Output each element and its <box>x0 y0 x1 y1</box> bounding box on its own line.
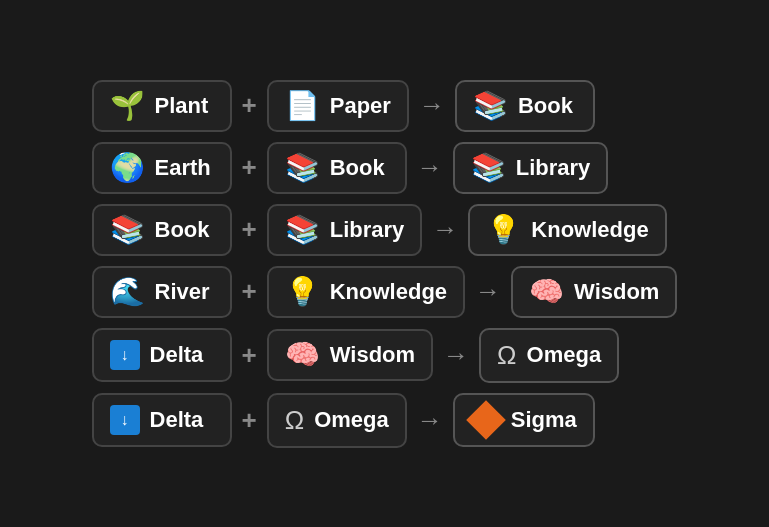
paper-emoji: 📄 <box>285 92 320 120</box>
omega-icon: Ω <box>285 405 304 436</box>
wisdom-label: Wisdom <box>330 342 415 368</box>
term-omega: ΩOmega <box>267 393 407 448</box>
equation-row-0: 🌱Plant+📄Paper→📚Book <box>92 80 678 132</box>
book-label: Book <box>155 217 210 243</box>
arrow-operator: → <box>475 276 501 307</box>
plant-label: Plant <box>155 93 209 119</box>
sigma-label: Sigma <box>511 407 577 433</box>
delta-label: Delta <box>150 342 204 368</box>
plus-operator: + <box>242 340 257 371</box>
equation-row-2: 📚Book+📚Library→💡Knowledge <box>92 204 678 256</box>
book-emoji: 📚 <box>285 154 320 182</box>
term-knowledge: 💡Knowledge <box>468 204 666 256</box>
book-label: Book <box>330 155 385 181</box>
knowledge-label: Knowledge <box>531 217 648 243</box>
plus-operator: + <box>242 405 257 436</box>
term-paper: 📄Paper <box>267 80 409 132</box>
library-label: Library <box>516 155 591 181</box>
river-emoji: 🌊 <box>110 278 145 306</box>
term-book: 📚Book <box>455 80 595 132</box>
term-delta: ↓Delta <box>92 328 232 382</box>
term-book: 📚Book <box>267 142 407 194</box>
knowledge-emoji: 💡 <box>285 278 320 306</box>
term-wisdom: 🧠Wisdom <box>511 266 677 318</box>
paper-label: Paper <box>330 93 391 119</box>
arrow-operator: → <box>417 152 443 183</box>
arrow-operator: → <box>417 405 443 436</box>
omega-label: Omega <box>314 407 389 433</box>
book-label: Book <box>518 93 573 119</box>
omega-icon: Ω <box>497 340 516 371</box>
plus-operator: + <box>242 276 257 307</box>
equation-row-4: ↓Delta+🧠Wisdom→ΩOmega <box>92 328 678 383</box>
term-library: 📚Library <box>453 142 609 194</box>
arrow-operator: → <box>419 90 445 121</box>
term-wisdom: 🧠Wisdom <box>267 329 433 381</box>
equation-row-1: 🌍Earth+📚Book→📚Library <box>92 142 678 194</box>
term-plant: 🌱Plant <box>92 80 232 132</box>
omega-label: Omega <box>527 342 602 368</box>
equation-row-3: 🌊River+💡Knowledge→🧠Wisdom <box>92 266 678 318</box>
earth-emoji: 🌍 <box>110 154 145 182</box>
plus-operator: + <box>242 90 257 121</box>
term-book: 📚Book <box>92 204 232 256</box>
equation-row-5: ↓Delta+ΩOmega→Sigma <box>92 393 678 448</box>
library-emoji: 📚 <box>285 216 320 244</box>
plus-operator: + <box>242 152 257 183</box>
equations-container: 🌱Plant+📄Paper→📚Book🌍Earth+📚Book→📚Library… <box>72 64 698 464</box>
wisdom-emoji: 🧠 <box>285 341 320 369</box>
knowledge-label: Knowledge <box>330 279 447 305</box>
river-label: River <box>155 279 210 305</box>
earth-label: Earth <box>155 155 211 181</box>
term-library: 📚Library <box>267 204 423 256</box>
term-earth: 🌍Earth <box>92 142 232 194</box>
delta-icon: ↓ <box>110 340 140 370</box>
sigma-icon <box>466 400 506 440</box>
library-emoji: 📚 <box>471 154 506 182</box>
arrow-operator: → <box>443 340 469 371</box>
delta-icon: ↓ <box>110 405 140 435</box>
term-delta: ↓Delta <box>92 393 232 447</box>
wisdom-label: Wisdom <box>574 279 659 305</box>
delta-label: Delta <box>150 407 204 433</box>
knowledge-emoji: 💡 <box>486 216 521 244</box>
book-emoji: 📚 <box>473 92 508 120</box>
term-knowledge: 💡Knowledge <box>267 266 465 318</box>
term-sigma: Sigma <box>453 393 595 447</box>
book-emoji: 📚 <box>110 216 145 244</box>
arrow-operator: → <box>432 214 458 245</box>
plant-emoji: 🌱 <box>110 92 145 120</box>
plus-operator: + <box>242 214 257 245</box>
term-omega: ΩOmega <box>479 328 619 383</box>
library-label: Library <box>330 217 405 243</box>
term-river: 🌊River <box>92 266 232 318</box>
wisdom-emoji: 🧠 <box>529 278 564 306</box>
